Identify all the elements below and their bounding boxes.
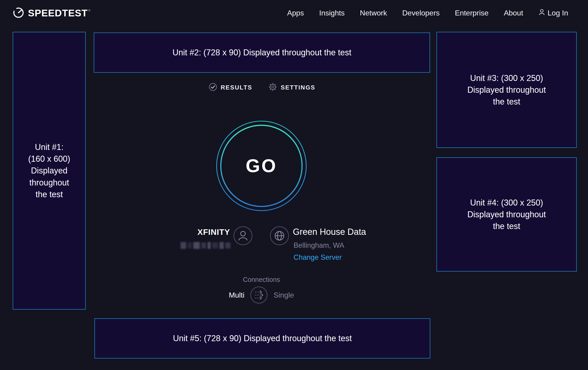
ad-unit-4-text: Unit #4: (300 x 250) Displayed throughou…	[467, 197, 546, 232]
check-circle-icon	[209, 83, 217, 92]
logo-trademark: ®	[88, 9, 91, 12]
speedtest-gauge-icon	[13, 7, 24, 19]
ad-unit-3[interactable]: Unit #3: (300 x 250) Displayed throughou…	[437, 32, 577, 148]
logo-wordmark: SPEEDTEST	[28, 8, 88, 19]
login-button[interactable]: Log In	[538, 9, 568, 17]
connections-single-label[interactable]: Single	[273, 291, 294, 300]
header: SPEEDTEST ® Apps Insights Network Develo…	[0, 0, 588, 26]
tab-settings[interactable]: SETTINGS	[268, 83, 315, 92]
gear-icon	[268, 83, 277, 92]
ad-unit-2-text: Unit #2: (728 x 90) Displayed throughout…	[173, 47, 351, 58]
ad-unit-5-text: Unit #5: (728 x 90) Displayed throughout…	[173, 332, 352, 344]
ad-unit-1-text: Unit #1: (160 x 600) Displayed throughou…	[28, 141, 70, 200]
nav-item-insights[interactable]: Insights	[319, 9, 345, 17]
change-server-link[interactable]: Change Server	[294, 253, 342, 261]
multi-connections-arrows-icon	[252, 288, 266, 302]
tab-results-label: RESULTS	[221, 84, 252, 91]
user-icon	[538, 9, 545, 17]
view-tabs: RESULTS SETTINGS	[94, 83, 430, 92]
go-button-label: GO	[215, 120, 308, 212]
server-name: Green House Data	[293, 227, 366, 237]
nav-item-about[interactable]: About	[504, 9, 523, 17]
connections-toggle[interactable]	[250, 287, 267, 304]
connections-label: Connections	[238, 276, 284, 283]
ad-unit-5[interactable]: Unit #5: (728 x 90) Displayed throughout…	[94, 318, 430, 359]
connections-multi-label[interactable]: Multi	[229, 291, 245, 300]
server-location: Bellingham, WA	[294, 241, 344, 250]
ad-unit-3-text: Unit #3: (300 x 250) Displayed throughou…	[467, 72, 546, 108]
tab-results[interactable]: RESULTS	[209, 83, 252, 92]
speedtest-logo[interactable]: SPEEDTEST ®	[13, 7, 91, 19]
nav-item-developers[interactable]: Developers	[402, 9, 440, 17]
go-button[interactable]: GO	[215, 120, 308, 212]
ad-unit-1[interactable]: Unit #1: (160 x 600) Displayed throughou…	[13, 32, 86, 310]
ad-unit-4[interactable]: Unit #4: (300 x 250) Displayed throughou…	[437, 157, 577, 271]
connections-row: Multi Single	[204, 287, 319, 304]
redacted-ip	[181, 241, 231, 250]
isp-person-icon	[233, 226, 253, 245]
nav-item-apps[interactable]: Apps	[287, 9, 304, 17]
server-globe-icon	[270, 226, 289, 245]
nav-item-network[interactable]: Network	[360, 9, 387, 17]
ad-unit-2[interactable]: Unit #2: (728 x 90) Displayed throughout…	[94, 32, 430, 73]
main-nav: Apps Insights Network Developers Enterpr…	[287, 0, 568, 26]
tab-settings-label: SETTINGS	[281, 84, 315, 91]
isp-name: XFINITY	[198, 228, 230, 237]
nav-item-enterprise[interactable]: Enterprise	[455, 9, 489, 17]
